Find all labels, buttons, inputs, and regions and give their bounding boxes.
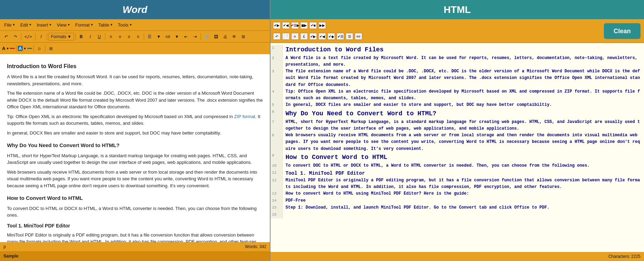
html-tb-undo[interactable]: ↶	[273, 33, 281, 40]
toolbar-separator-6	[144, 33, 144, 40]
align-left-button[interactable]: ≡	[107, 33, 115, 41]
word-status-element: p	[3, 244, 6, 249]
html-tb-icon9[interactable]: £	[300, 33, 308, 40]
content-p7: To convert DOC to HTML or DOCX to HTML, …	[7, 205, 263, 219]
word-bottom-tab: Sample	[0, 251, 270, 261]
preview-button[interactable]: 👁	[230, 33, 238, 41]
html-tb-check2[interactable]: ✔◀	[282, 22, 290, 29]
code-line: 13How to convert Word to HTML using Mini…	[271, 190, 644, 197]
ordered-list-button[interactable]: ≡#	[164, 33, 172, 41]
menu-edit-arrow: ▼	[29, 23, 32, 27]
align-center-button[interactable]: ≡	[116, 33, 124, 41]
html-tb-icon12[interactable]: ✔◆	[327, 33, 335, 40]
code-line: 12MiniTool PDF Editor is originally a PD…	[271, 177, 644, 190]
menu-format[interactable]: Format ▼	[73, 22, 96, 28]
menu-insert[interactable]: Insert ▼	[35, 22, 54, 28]
html-tb-check1[interactable]: ✔▶	[273, 22, 281, 29]
font-color-group[interactable]: A ▼	[2, 46, 15, 51]
html-tb-icon11[interactable]: ✔◀	[318, 33, 326, 40]
menu-tools[interactable]: Tools ▼	[116, 22, 134, 28]
line-code-content: A Word file is a text file created by Mi…	[283, 55, 644, 68]
print-button[interactable]: 🖨	[221, 33, 229, 41]
line-number: 5	[271, 102, 283, 109]
code-line: 11Tool 1. MiniTool PDF Editor	[271, 169, 644, 177]
line-code-content: How to convert Word to HTML using MiniTo…	[283, 190, 644, 197]
code-line: 4Tip: Office Open XML is an electronic f…	[271, 88, 644, 102]
word-toolbar1: ↶ ↷ </> I Formats ▼ B I U ≡ ≡ ≡ ≡ ☰ ▼ ≡#…	[0, 30, 270, 42]
italic-button[interactable]: I	[37, 33, 45, 41]
undo-button[interactable]: ↶	[2, 33, 10, 41]
underline-button[interactable]: U	[95, 33, 104, 41]
line-code-content: PDF-Free	[283, 197, 644, 204]
line-code-content: Why Do You Need to Convert Word to HTML?	[283, 109, 644, 119]
list-arrow-button[interactable]: ▼	[155, 33, 163, 41]
bg-color-arrow: ▼	[23, 47, 27, 50]
html-code-area[interactable]: 1Introduction to Word Files2A Word file …	[271, 43, 644, 252]
html-toolbar-row2: ↶ 📄 ≡ £ ✔▶ ✔◀ ✔◆ ✔☰ ☰ ≡≡	[273, 32, 642, 40]
html-tb-icon5[interactable]: ✔■	[309, 22, 317, 29]
formats-dropdown[interactable]: Formats ▼	[49, 33, 74, 41]
line-code-content	[283, 211, 644, 218]
html-tb-icon8[interactable]: ≡	[291, 33, 299, 40]
menu-table-arrow: ▼	[110, 23, 113, 27]
link-button[interactable]: 🔗	[202, 33, 211, 41]
html-tb-icon10[interactable]: ✔▶	[309, 33, 317, 40]
clean-button[interactable]: Clean	[604, 23, 641, 39]
table-button2[interactable]: ⊞	[47, 45, 55, 52]
toolbar-separator-1	[21, 33, 21, 40]
ordered-list-arrow-button[interactable]: ▼	[173, 33, 181, 41]
code-button[interactable]: </>	[23, 33, 34, 41]
html-char-count: Characters: 2225	[608, 254, 641, 259]
italic-button2[interactable]: I	[86, 33, 95, 41]
bottom-tab-label: Sample	[3, 254, 18, 259]
menu-tools-arrow: ▼	[129, 23, 132, 27]
line-number: 11	[271, 169, 283, 177]
menu-file[interactable]: File ▼	[2, 22, 17, 28]
align-justify-button[interactable]: ≡	[134, 33, 142, 41]
code-line: 1Introduction to Word Files	[271, 45, 644, 55]
html-tb-icon13[interactable]: ✔☰	[336, 33, 344, 40]
code-line: 2A Word file is a text file created by M…	[271, 55, 644, 68]
html-tb-icon14[interactable]: ☰	[346, 33, 353, 40]
content-p6: Web browsers usually receive HTML docume…	[7, 169, 263, 189]
redo-button[interactable]: ↷	[11, 33, 20, 41]
html-statusbar: Characters: 2225	[271, 252, 644, 261]
menu-view[interactable]: View ▼	[55, 22, 73, 28]
line-code-content: Introduction to Word Files	[283, 45, 644, 55]
bg-color-a: A	[18, 46, 22, 51]
image-button[interactable]: 🖼	[212, 33, 220, 41]
align-right-button[interactable]: ≡	[125, 33, 133, 41]
code-line: 3The file extension name of a Word file …	[271, 68, 644, 88]
line-number: 12	[271, 177, 283, 190]
html-header: HTML	[271, 0, 644, 19]
line-code-content: In general, DOCX files are smaller and e…	[283, 102, 644, 109]
bold-button[interactable]: B	[77, 33, 86, 41]
content-p2: The file extension name of a Word file c…	[7, 90, 263, 110]
html-tb-icon4[interactable]: ◼▶	[300, 22, 308, 29]
list-button[interactable]: ☰	[146, 33, 154, 41]
bg-color-group[interactable]: A ▼	[18, 46, 32, 51]
code-line: 5In general, DOCX files are smaller and …	[271, 102, 644, 109]
line-code-content: Tip: Office Open XML is an electronic fi…	[283, 88, 644, 102]
code-line: 16	[271, 211, 644, 218]
html-tb-doc[interactable]: 📄	[282, 33, 290, 40]
line-number: 14	[271, 197, 283, 204]
content-p3-blue: ZIP format.	[234, 114, 257, 119]
html-tb-icon3[interactable]: ✔☰▶	[291, 22, 299, 29]
indent-out-button[interactable]: ⇤	[182, 33, 190, 41]
line-code-content: Tool 1. MiniTool PDF Editor	[283, 169, 644, 177]
indent-in-button[interactable]: ⇥	[191, 33, 199, 41]
html-tb-icon6[interactable]: ▶▶	[318, 22, 326, 29]
toolbar2-sep3	[45, 45, 45, 52]
code-line: 10To convert DOC to HTML or DOCX to HTML…	[271, 162, 644, 169]
line-code-content: Web browsers usually receive HTML docume…	[283, 132, 644, 152]
line-number: 7	[271, 119, 283, 132]
menu-table[interactable]: Table ▼	[96, 22, 115, 28]
emoji-button[interactable]: ☺	[35, 45, 44, 52]
table-insert-button[interactable]: ⊞	[239, 33, 247, 41]
html-tb-icon15[interactable]: ≡≡	[355, 33, 362, 40]
menu-edit[interactable]: Edit ▼	[18, 22, 34, 28]
word-content-area[interactable]: Introduction to Word Files A Word file i…	[0, 54, 270, 242]
line-code-content: How to Convert Word to HTML	[283, 152, 644, 162]
code-line: 6Why Do You Need to Convert Word to HTML…	[271, 109, 644, 119]
